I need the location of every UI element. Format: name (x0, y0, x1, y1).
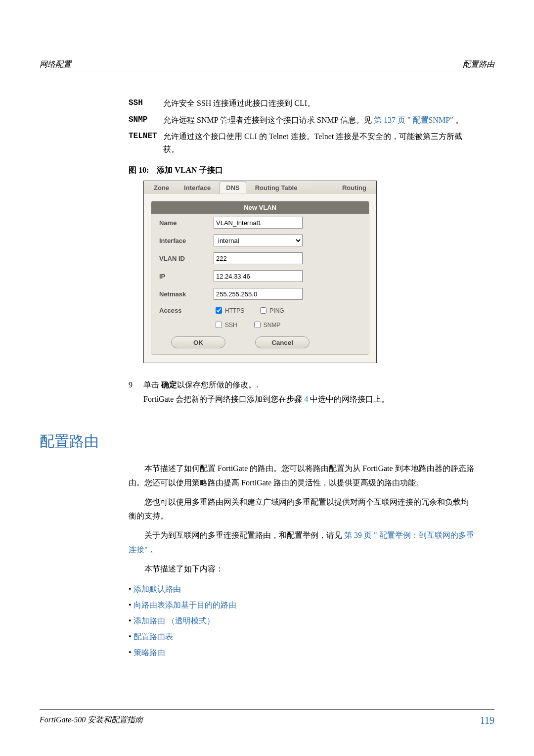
checkbox-https[interactable]: HTTPS (214, 306, 244, 315)
paragraph-1: 本节描述了如何配置 FortiGate 的路由。您可以将路由配置为从 Forti… (129, 462, 475, 490)
desc-ssh: 允许安全 SSH 连接通过此接口连接到 CLI。 (163, 97, 475, 110)
input-netmask[interactable] (214, 288, 303, 300)
figure-label: 图 10: (129, 166, 149, 174)
step-line1-prefix: 单击 (143, 380, 161, 389)
label-name: Name (159, 219, 214, 227)
paragraph-3: 关于为到互联网的多重连接配置路由，和配置举例，请见 第 39 页 " 配置举例：… (129, 528, 475, 557)
page-footer: FortiGate-500 安装和配置指南 119 (40, 709, 494, 726)
figure-caption-text: 添加 VLAN 子接口 (157, 166, 222, 174)
bullet-4: • 配置路由表 (129, 629, 494, 645)
header-left: 网络配置 (40, 59, 71, 70)
tab-interface[interactable]: Interface (178, 182, 217, 193)
checkbox-ssh-label: SSH (225, 322, 237, 329)
checkbox-ping[interactable]: PING (258, 306, 284, 315)
step-line1-suffix: 以保存您所做的修改。. (177, 380, 258, 389)
label-access: Access (159, 307, 214, 314)
paragraph-2: 您也可以使用多重路由网关和建立广域网的多重配置以提供对两个互联网连接的冗余和负载… (129, 495, 475, 524)
checkbox-ssh[interactable]: SSH (214, 320, 237, 330)
checkbox-snmp-label: SNMP (264, 322, 281, 329)
tab-dns[interactable]: DNS (220, 182, 246, 193)
input-ip[interactable] (214, 270, 303, 282)
p3-suffix: 。 (148, 545, 158, 554)
term-telnet: TELNET (129, 130, 163, 155)
definition-list: SSH 允许安全 SSH 连接通过此接口连接到 CLI。 SNMP 允许远程 S… (129, 97, 475, 155)
link-bullet-3[interactable]: 添加路由 （透明模式） (134, 616, 215, 625)
select-interface[interactable]: internal (214, 235, 303, 246)
cancel-button[interactable]: Cancel (255, 336, 310, 348)
step-number: 9 (129, 378, 143, 407)
desc-snmp-suffix: 。 (453, 116, 463, 124)
header-right: 配置路由 (463, 59, 494, 70)
page-header: 网络配置 配置路由 (40, 59, 494, 72)
bullet-2: • 向路由表添加基于目的的路由 (129, 597, 494, 613)
input-vlanid[interactable] (214, 252, 303, 264)
input-name[interactable] (214, 217, 303, 229)
p3-prefix: 关于为到互联网的多重连接配置路由，和配置举例，请见 (144, 531, 344, 539)
label-ip: IP (159, 273, 214, 280)
link-bullet-5[interactable]: 策略路由 (134, 648, 165, 657)
label-netmask: Netmask (159, 290, 214, 298)
checkbox-ssh-input[interactable] (216, 322, 222, 328)
desc-telnet: 允许通过这个接口使用 CLI 的 Telnet 连接。Telnet 连接是不安全… (163, 130, 475, 155)
checkbox-snmp-input[interactable] (254, 322, 261, 328)
desc-snmp: 允许远程 SNMP 管理者连接到这个接口请求 SNMP 信息。见 第 137 页… (163, 114, 475, 127)
checkbox-ping-label: PING (269, 307, 284, 314)
checkbox-ping-input[interactable] (260, 307, 267, 314)
checkbox-snmp[interactable]: SNMP (252, 320, 281, 330)
label-interface: Interface (159, 237, 214, 244)
page-number: 119 (480, 715, 494, 726)
bullet-1: • 添加默认路由 (129, 581, 494, 597)
ok-button[interactable]: OK (171, 336, 225, 348)
checkbox-https-input[interactable] (216, 307, 222, 314)
step-9: 9 单击 确定以保存您所做的修改。. FortiGate 会把新的子网络接口添加… (129, 378, 494, 407)
step-line1-bold: 确定 (161, 380, 177, 389)
link-bullet-1[interactable]: 添加默认路由 (134, 585, 181, 593)
tab-routing[interactable]: Routing (336, 182, 372, 193)
checkbox-https-label: HTTPS (225, 307, 244, 314)
link-bullet-4[interactable]: 配置路由表 (134, 632, 173, 641)
desc-snmp-prefix: 允许远程 SNMP 管理者连接到这个接口请求 SNMP 信息。见 (163, 116, 374, 124)
bullet-5: • 策略路由 (129, 645, 494, 661)
term-ssh: SSH (129, 97, 163, 110)
bullet-list: • 添加默认路由 • 向路由表添加基于目的的路由 • 添加路由 （透明模式） •… (129, 581, 494, 661)
link-bullet-2[interactable]: 向路由表添加基于目的的路由 (134, 601, 236, 609)
link-snmp-page[interactable]: 第 137 页 " 配置SNMP" (374, 116, 453, 124)
term-snmp: SNMP (129, 114, 163, 127)
new-vlan-panel: New VLAN Name Interface internal VLAN ID (151, 201, 369, 355)
tab-zone[interactable]: Zone (148, 182, 175, 193)
label-vlanid: VLAN ID (159, 255, 214, 262)
tab-routing-table[interactable]: Routing Table (249, 182, 304, 193)
embedded-screenshot: Zone Interface DNS Routing Table Routing… (143, 181, 377, 363)
step-line2-prefix: FortiGate 会把新的子网络接口添加到您在步骤 (143, 395, 304, 403)
step-line2-suffix: 中选中的网络接口上。 (308, 395, 389, 403)
section-title: 配置路由 (40, 431, 494, 452)
figure-caption: 图 10: 添加 VLAN 子接口 (129, 165, 494, 176)
tab-bar: Zone Interface DNS Routing Table Routing (144, 181, 376, 194)
footer-left: FortiGate-500 安装和配置指南 (40, 715, 143, 726)
paragraph-4: 本节描述了如下内容： (129, 562, 475, 576)
section-body: 本节描述了如何配置 FortiGate 的路由。您可以将路由配置为从 Forti… (129, 462, 475, 576)
panel-title: New VLAN (151, 201, 369, 214)
bullet-3: • 添加路由 （透明模式） (129, 613, 494, 629)
